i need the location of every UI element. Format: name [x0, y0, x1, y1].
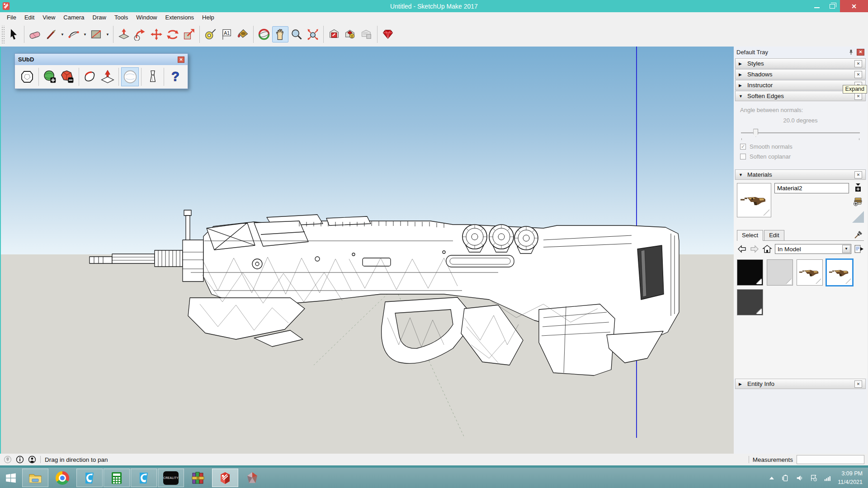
material-preview-thumbnail[interactable]	[737, 183, 771, 217]
smooth-normals-checkbox[interactable]: ✓	[740, 144, 746, 150]
section-styles-close[interactable]: ✕	[854, 60, 862, 67]
arc-tool[interactable]	[66, 26, 82, 42]
menu-edit[interactable]: Edit	[20, 13, 38, 22]
follow-me-tool[interactable]	[132, 26, 148, 42]
swatch-material1-texture[interactable]	[797, 259, 823, 286]
subd-smooth-button[interactable]	[121, 67, 139, 86]
taskbar-winrar[interactable]	[185, 469, 211, 487]
section-materials[interactable]: ▼ Materials ✕	[735, 169, 866, 180]
swatch-light-gray[interactable]	[767, 259, 793, 286]
subd-crease-button[interactable]	[81, 67, 99, 86]
pan-tool[interactable]	[272, 26, 288, 42]
section-shadows[interactable]: ▶ Shadows ✕	[735, 69, 866, 80]
collection-dropdown[interactable]: In Model ▼	[775, 244, 851, 254]
action-center-flag-icon[interactable]	[810, 474, 818, 482]
move-tool[interactable]	[148, 26, 165, 42]
home-icon[interactable]	[762, 244, 772, 253]
menu-tools[interactable]: Tools	[110, 13, 132, 22]
zoom-tool[interactable]	[288, 26, 305, 42]
forward-arrow-icon[interactable]	[750, 244, 760, 253]
menu-window[interactable]: Window	[132, 13, 161, 22]
tape-measure-tool[interactable]	[202, 26, 218, 42]
tab-select[interactable]: Select	[737, 230, 763, 241]
section-shadows-close[interactable]: ✕	[854, 71, 862, 78]
rectangle-tool[interactable]	[88, 26, 104, 42]
line-tool-dropdown[interactable]: ▼	[59, 26, 66, 42]
subd-title-bar[interactable]: SUbD ✕	[15, 54, 188, 65]
section-styles[interactable]: ▶ Styles ✕	[735, 58, 866, 69]
subd-vertex-button[interactable]	[144, 67, 161, 86]
menu-help[interactable]: Help	[198, 13, 218, 22]
taskbar-creality[interactable]: CREALITY	[158, 469, 184, 487]
pin-icon[interactable]	[848, 49, 854, 55]
subd-extrude-button[interactable]	[99, 67, 117, 86]
subd-add-detail-button[interactable]	[41, 67, 59, 86]
create-material-icon[interactable]	[853, 197, 863, 206]
secondary-pane-icon[interactable]	[854, 183, 862, 192]
dropdown-arrow-icon[interactable]: ▼	[842, 245, 850, 253]
material-name-input[interactable]	[774, 183, 849, 193]
3d-viewport[interactable]: SUbD ✕	[0, 47, 734, 454]
details-menu-icon[interactable]	[854, 244, 864, 253]
soften-coplanar-checkbox[interactable]	[740, 154, 746, 160]
section-entity-info-close[interactable]: ✕	[854, 380, 862, 388]
menu-draw[interactable]: Draw	[89, 13, 110, 22]
eyedropper-icon[interactable]	[854, 230, 863, 239]
subd-remove-detail-button[interactable]	[59, 67, 76, 86]
extension-warehouse-tool[interactable]	[342, 26, 359, 42]
taskbar-clock[interactable]: 3:09 PM 11/4/2021	[838, 469, 863, 487]
swatch-dark-gray[interactable]	[737, 289, 763, 315]
slider-thumb[interactable]	[753, 129, 758, 137]
tab-edit[interactable]: Edit	[764, 230, 784, 240]
share-model-tool[interactable]	[359, 26, 375, 42]
subd-toggle-button[interactable]	[19, 67, 36, 86]
minimize-button[interactable]	[809, 0, 825, 12]
eraser-tool[interactable]	[27, 26, 43, 42]
measurements-input[interactable]	[797, 455, 864, 464]
restore-button[interactable]	[825, 0, 840, 12]
zoom-extents-tool[interactable]	[305, 26, 321, 42]
scale-tool[interactable]	[181, 26, 197, 42]
ruby-console-tool[interactable]	[380, 26, 396, 42]
start-button[interactable]	[0, 468, 22, 488]
geolocation-icon[interactable]	[4, 455, 12, 464]
volume-icon[interactable]	[796, 474, 804, 482]
menu-camera[interactable]: Camera	[59, 13, 88, 22]
credits-info-icon[interactable]	[16, 455, 24, 464]
section-entity-info[interactable]: ▶ Entity Info ✕	[735, 379, 866, 389]
taskbar-file-explorer[interactable]	[22, 469, 48, 487]
network-signal-icon[interactable]	[824, 474, 832, 482]
battery-icon[interactable]	[782, 474, 790, 482]
text-tool[interactable]: A1	[218, 26, 235, 42]
subd-close-button[interactable]: ✕	[178, 56, 184, 63]
toolbar-grip[interactable]	[1, 25, 5, 43]
angle-slider[interactable]	[740, 128, 861, 140]
rifle-wireframe-model[interactable]	[1, 47, 734, 454]
menu-view[interactable]: View	[38, 13, 59, 22]
subd-help-button[interactable]: ?	[166, 67, 184, 86]
sign-in-user-icon[interactable]	[28, 455, 36, 464]
3d-warehouse-tool[interactable]	[326, 26, 342, 42]
taskbar-cura[interactable]	[76, 469, 103, 487]
show-hidden-icons-chevron[interactable]	[768, 474, 776, 482]
taskbar-calculator[interactable]	[104, 469, 130, 487]
taskbar-chrome[interactable]	[49, 469, 75, 487]
tray-close-button[interactable]: ✕	[857, 49, 864, 56]
section-materials-close[interactable]: ✕	[854, 171, 862, 178]
push-pull-tool[interactable]	[116, 26, 132, 42]
menu-file[interactable]: File	[3, 13, 20, 22]
taskbar-3d-viewer[interactable]	[239, 469, 265, 487]
close-button[interactable]: ✕	[840, 0, 868, 12]
paint-bucket-tool[interactable]	[235, 26, 251, 42]
taskbar-cura-2[interactable]	[131, 469, 157, 487]
rotate-tool[interactable]	[165, 26, 181, 42]
default-material-icon[interactable]	[852, 211, 864, 223]
orbit-tool[interactable]	[256, 26, 272, 42]
select-tool[interactable]	[5, 26, 22, 42]
arc-tool-dropdown[interactable]: ▼	[82, 26, 88, 42]
swatch-material2-texture-selected[interactable]	[826, 259, 853, 286]
swatch-black[interactable]	[737, 259, 763, 286]
rectangle-tool-dropdown[interactable]: ▼	[104, 26, 111, 42]
back-arrow-icon[interactable]	[737, 244, 747, 253]
line-tool[interactable]	[43, 26, 59, 42]
